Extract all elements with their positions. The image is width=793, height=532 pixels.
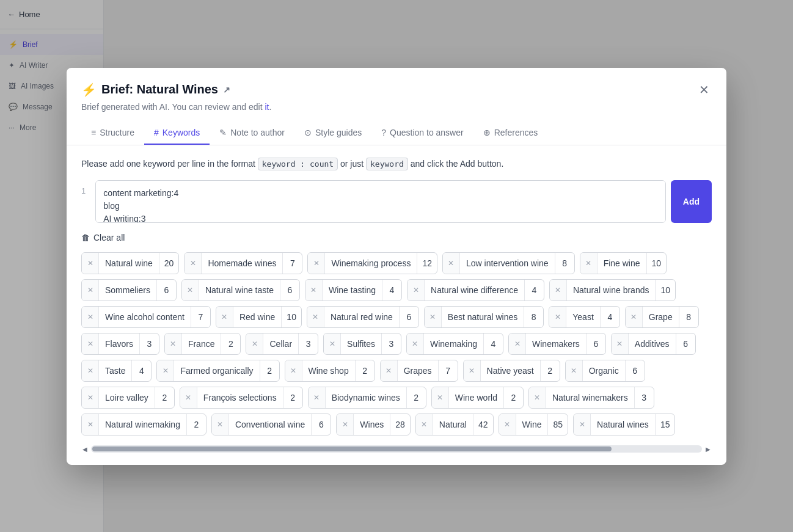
keyword-remove-button[interactable]: ✕ <box>182 280 199 301</box>
keyword-remove-button[interactable]: ✕ <box>157 360 174 381</box>
keyword-remove-button[interactable]: ✕ <box>82 387 99 408</box>
keyword-tag: ✕Wine tasting4 <box>305 279 402 301</box>
keyword-label: Winemaking <box>424 339 483 349</box>
keyword-tag: ✕Wine shop2 <box>285 360 375 382</box>
keyword-remove-button[interactable]: ✕ <box>307 307 324 327</box>
keyword-tag: ✕Wine alcohol content7 <box>81 306 211 328</box>
keyword-remove-button[interactable]: ✕ <box>509 333 526 354</box>
trash-icon: 🗑 <box>81 233 90 242</box>
keyword-remove-button[interactable]: ✕ <box>407 280 425 301</box>
keyword-tag: ✕Native yeast2 <box>463 360 560 382</box>
keyword-remove-button[interactable]: ✕ <box>216 307 233 327</box>
scroll-left-arrow[interactable]: ◀ <box>82 445 87 452</box>
tab-style-guides[interactable]: ⊙ Style guides <box>294 122 371 145</box>
keyword-tag: ✕Wine world2 <box>431 387 524 409</box>
scroll-right-arrow[interactable]: ▶ <box>706 445 711 452</box>
keyword-remove-button[interactable]: ✕ <box>308 253 325 274</box>
keyword-remove-button[interactable]: ✕ <box>550 280 567 301</box>
keyword-label: Homemade wines <box>202 258 282 268</box>
external-link-icon[interactable]: ↗ <box>223 85 230 95</box>
keyword-remove-button[interactable]: ✕ <box>185 253 202 274</box>
keyword-tag: ✕Best natural wines8 <box>424 306 544 328</box>
keyword-count: 10 <box>646 253 667 274</box>
edit-link[interactable]: it <box>265 102 269 112</box>
tab-structure[interactable]: ≡ Structure <box>81 122 144 145</box>
tab-references-label: References <box>494 128 538 137</box>
keyword-remove-button[interactable]: ✕ <box>432 387 449 408</box>
keyword-remove-button[interactable]: ✕ <box>529 387 546 408</box>
keyword-tag: ✕Grape8 <box>625 306 699 328</box>
keyword-remove-button[interactable]: ✕ <box>464 360 481 381</box>
tab-question-to-answer[interactable]: ? Question to answer <box>371 122 473 145</box>
keyword-remove-button[interactable]: ✕ <box>82 333 99 354</box>
keyword-remove-button[interactable]: ✕ <box>499 414 516 435</box>
keyword-tag: ✕Winemaking process12 <box>307 252 437 274</box>
tab-style-label: Style guides <box>315 128 362 137</box>
keyword-remove-button[interactable]: ✕ <box>626 307 643 327</box>
references-icon: ⊕ <box>483 128 491 137</box>
tab-note-to-author[interactable]: ✎ Note to author <box>210 122 294 145</box>
keyword-tag: ✕Conventional wine6 <box>211 414 331 435</box>
keyword-count: 28 <box>390 414 410 435</box>
keyword-remove-button[interactable]: ✕ <box>566 360 583 381</box>
close-button[interactable]: ✕ <box>696 80 712 100</box>
keyword-count: 8 <box>524 307 543 327</box>
keyword-label: Red wine <box>233 312 281 322</box>
keyword-tag: ✕Loire valley2 <box>81 387 175 409</box>
keyword-remove-button[interactable]: ✕ <box>324 333 341 354</box>
keyword-label: Natural winemaking <box>99 420 186 429</box>
keyword-label: Farmed organically <box>174 366 259 376</box>
keyword-remove-button[interactable]: ✕ <box>285 360 302 381</box>
line-number: 1 <box>81 180 90 223</box>
keyword-textarea[interactable]: content marketing:4 blog AI writing:3 <box>95 180 666 223</box>
keyword-tag: ✕Grapes7 <box>380 360 458 382</box>
keyword-remove-button[interactable]: ✕ <box>549 307 566 327</box>
keyword-remove-button[interactable]: ✕ <box>309 387 326 408</box>
keyword-remove-button[interactable]: ✕ <box>246 333 263 354</box>
modal-header: ⚡ Brief: Natural Wines ↗ ✕ Brief generat… <box>67 68 726 145</box>
keyword-tag: ✕François selections2 <box>180 387 303 409</box>
keyword-count: 2 <box>186 414 206 435</box>
keyword-remove-button[interactable]: ✕ <box>574 414 591 435</box>
keyword-remove-button[interactable]: ✕ <box>580 253 597 274</box>
keyword-remove-button[interactable]: ✕ <box>82 280 99 301</box>
keyword-label: Low intervention wine <box>460 258 555 268</box>
keyword-remove-button[interactable]: ✕ <box>180 387 197 408</box>
keyword-remove-button[interactable]: ✕ <box>165 333 182 354</box>
modal: ⚡ Brief: Natural Wines ↗ ✕ Brief generat… <box>67 68 726 465</box>
keyword-remove-button[interactable]: ✕ <box>337 414 354 435</box>
keyword-count: 7 <box>282 253 302 274</box>
tab-keywords[interactable]: # Keywords <box>144 122 210 145</box>
keyword-remove-button[interactable]: ✕ <box>381 360 398 381</box>
clear-all-button[interactable]: 🗑 Clear all <box>81 233 712 242</box>
keyword-count: 10 <box>655 280 675 301</box>
keyword-label: Native yeast <box>481 366 540 376</box>
keyword-remove-button[interactable]: ✕ <box>425 307 442 327</box>
format-tag-2: keyword <box>366 158 408 170</box>
keyword-label: Wine shop <box>302 366 355 376</box>
keyword-remove-button[interactable]: ✕ <box>212 414 229 435</box>
keyword-remove-button[interactable]: ✕ <box>82 253 99 274</box>
scrollbar-area[interactable] <box>91 445 702 453</box>
tab-references[interactable]: ⊕ References <box>473 122 548 145</box>
keyword-remove-button[interactable]: ✕ <box>82 360 99 381</box>
note-icon: ✎ <box>219 128 227 137</box>
keyword-count: 6 <box>625 360 645 381</box>
keyword-remove-button[interactable]: ✕ <box>416 414 433 435</box>
keyword-count: 4 <box>600 307 619 327</box>
keyword-label: Grapes <box>398 366 438 376</box>
keyword-label: François selections <box>197 393 283 403</box>
structure-icon: ≡ <box>91 128 96 137</box>
keyword-remove-button[interactable]: ✕ <box>305 280 323 301</box>
keyword-label: Best natural wines <box>442 312 524 322</box>
keyword-remove-button[interactable]: ✕ <box>82 414 99 435</box>
keyword-count: 4 <box>483 333 503 354</box>
keyword-remove-button[interactable]: ✕ <box>612 333 629 354</box>
keyword-tag: ✕Additives6 <box>611 333 696 355</box>
keyword-remove-button[interactable]: ✕ <box>82 307 99 327</box>
keyword-remove-button[interactable]: ✕ <box>443 253 460 274</box>
keyword-count: 2 <box>283 387 302 408</box>
keyword-remove-button[interactable]: ✕ <box>407 333 424 354</box>
keyword-label: Taste <box>99 366 131 376</box>
add-button[interactable]: Add <box>671 180 712 223</box>
